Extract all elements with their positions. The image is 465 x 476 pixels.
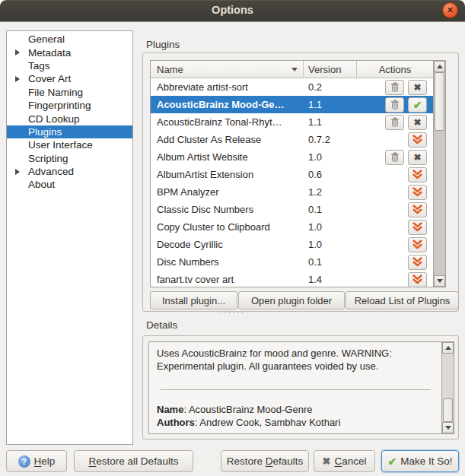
details-pane[interactable]: Uses AcousticBrainz for mood and genre. … xyxy=(148,341,454,434)
plugin-actions xyxy=(357,202,433,217)
uninstall-button[interactable] xyxy=(385,80,404,95)
sidebar-item-metadata[interactable]: Metadata xyxy=(7,46,132,59)
plugin-name: Copy Cluster to Clipboard xyxy=(151,221,304,233)
scrollbar-thumb[interactable] xyxy=(443,398,453,422)
plugin-version: 1.1 xyxy=(304,99,357,110)
plugin-name: AcousticBrainz Mood-Ge… xyxy=(151,99,304,110)
expand-arrow-icon[interactable] xyxy=(15,76,20,82)
plugin-row[interactable]: Classic Disc Numbers0.1 xyxy=(151,201,445,218)
titlebar[interactable]: Options ✕ xyxy=(0,0,465,21)
sidebar-item-general[interactable]: General xyxy=(7,33,132,46)
plugin-table-scrollbar[interactable] xyxy=(433,61,445,287)
plugin-actions xyxy=(357,185,433,200)
plugin-version: 0.6 xyxy=(304,169,357,180)
disable-button[interactable]: ✖ xyxy=(408,80,427,95)
restore-all-defaults-button[interactable]: Restore all Defaults xyxy=(74,450,193,472)
scroll-up-icon[interactable] xyxy=(442,342,454,354)
restore-defaults-button[interactable]: Restore Defaults xyxy=(221,450,309,472)
sidebar-item-file-naming[interactable]: File Naming xyxy=(7,86,132,99)
sidebar-item-plugins[interactable]: Plugins xyxy=(7,125,132,138)
disable-button[interactable]: ✖ xyxy=(408,115,427,130)
disable-x-icon: ✖ xyxy=(413,118,421,127)
download-button[interactable] xyxy=(408,255,427,270)
reload-plugin-list-button[interactable]: Reload List of Plugins xyxy=(346,291,459,309)
scrollbar-thumb[interactable] xyxy=(435,72,444,131)
sidebar-item-cd-lookup[interactable]: CD Lookup xyxy=(7,112,132,125)
sidebar-item-scripting[interactable]: Scripting xyxy=(7,152,132,165)
plugin-name: AlbumArtist Extension xyxy=(151,169,304,180)
disable-x-icon: ✖ xyxy=(413,83,421,92)
plugin-actions xyxy=(357,237,433,252)
download-button[interactable] xyxy=(408,272,427,287)
download-button[interactable] xyxy=(408,237,427,252)
uninstall-button[interactable] xyxy=(385,150,404,165)
help-button[interactable]: ?Help xyxy=(6,450,67,472)
download-button[interactable] xyxy=(408,185,427,200)
plugin-version: 1.0 xyxy=(304,221,357,233)
details-group-title: Details xyxy=(146,319,177,331)
trash-icon xyxy=(390,152,400,162)
sidebar-item-user-interface[interactable]: User Interface xyxy=(7,138,132,151)
download-button[interactable] xyxy=(408,220,427,235)
scroll-down-icon[interactable] xyxy=(442,422,454,433)
plugin-version: 1.0 xyxy=(304,151,357,163)
column-header-version[interactable]: Version xyxy=(304,61,357,78)
plugin-row[interactable]: fanart.tv cover art1.4 xyxy=(151,271,445,287)
scroll-up-icon[interactable] xyxy=(434,61,445,72)
download-button[interactable] xyxy=(408,132,427,148)
plugin-description: Uses AcousticBrainz for mood and genre. … xyxy=(157,347,429,373)
plugin-row[interactable]: Abbreviate artist-sort0.2✖ xyxy=(151,78,445,96)
plugin-name: Abbreviate artist-sort xyxy=(151,81,304,93)
sidebar-item-label: Plugins xyxy=(28,126,62,138)
sidebar-item-cover-art[interactable]: Cover Art xyxy=(7,72,132,85)
plugin-row[interactable]: AcousticBrainz Mood-Ge…1.1✔ xyxy=(151,96,445,113)
open-plugin-folder-button[interactable]: Open plugin folder xyxy=(238,291,345,309)
download-chevron-icon xyxy=(412,187,423,197)
details-scrollbar[interactable] xyxy=(441,342,454,433)
sidebar-item-fingerprinting[interactable]: Fingerprinting xyxy=(7,99,132,112)
download-chevron-icon xyxy=(412,274,423,284)
plugin-row[interactable]: Add Cluster As Release0.7.2 xyxy=(151,131,445,148)
expand-arrow-icon[interactable] xyxy=(15,169,20,175)
cancel-button[interactable]: ✖Cancel xyxy=(314,450,375,472)
detail-field-authors: Authors: Andrew Cook, Sambhav Kothari xyxy=(157,416,340,429)
plugin-version: 0.1 xyxy=(304,204,357,215)
download-button[interactable] xyxy=(408,167,427,182)
plugin-actions: ✖ xyxy=(357,80,433,95)
options-dialog: Options ✕ GeneralMetadataTagsCover ArtFi… xyxy=(0,0,465,476)
download-chevron-icon xyxy=(412,222,423,232)
column-header-name[interactable]: Name xyxy=(151,61,304,78)
plugin-name: AcousticBrainz Tonal-Rhyt… xyxy=(151,116,304,128)
sidebar-item-tags[interactable]: Tags xyxy=(7,59,132,72)
enabled-check-icon: ✔ xyxy=(413,100,422,110)
uninstall-button[interactable] xyxy=(385,97,404,113)
expand-arrow-icon[interactable] xyxy=(15,49,20,56)
splitter-handle[interactable]: ······ xyxy=(0,308,465,316)
enabled-button[interactable]: ✔ xyxy=(408,97,427,113)
plugin-actions xyxy=(357,132,433,148)
column-header-actions[interactable]: Actions xyxy=(357,61,433,78)
uninstall-button[interactable] xyxy=(385,115,404,130)
plugin-name: Album Artist Website xyxy=(151,151,304,163)
plugin-row[interactable]: BPM Analyzer1.2 xyxy=(151,183,445,201)
plugin-actions xyxy=(357,272,433,287)
plugin-name: Classic Disc Numbers xyxy=(151,204,304,215)
plugin-row[interactable]: Album Artist Website1.0✖ xyxy=(151,148,445,166)
sidebar-item-advanced[interactable]: Advanced xyxy=(7,165,132,178)
sidebar-item-about[interactable]: About xyxy=(7,178,132,191)
close-icon[interactable]: ✕ xyxy=(442,2,458,18)
sidebar-item-label: Advanced xyxy=(28,166,74,177)
make-it-so-button[interactable]: ✔Make It So! xyxy=(381,450,459,472)
plugin-fields: Name: AcousticBrainz Mood-GenreAuthors: … xyxy=(157,403,340,429)
plugin-name: Add Cluster As Release xyxy=(151,134,304,145)
download-button[interactable] xyxy=(408,202,427,217)
plugin-row[interactable]: AcousticBrainz Tonal-Rhyt…1.1✖ xyxy=(151,113,445,131)
plugin-row[interactable]: Disc Numbers0.1 xyxy=(151,253,445,271)
plugin-row[interactable]: Copy Cluster to Clipboard1.0 xyxy=(151,218,445,236)
plugin-actions xyxy=(357,167,433,182)
disable-button[interactable]: ✖ xyxy=(408,150,427,165)
plugin-row[interactable]: Decode Cyrillic1.0 xyxy=(151,236,445,253)
plugin-name: Decode Cyrillic xyxy=(151,239,304,250)
plugin-row[interactable]: AlbumArtist Extension0.6 xyxy=(151,166,445,183)
scroll-down-icon[interactable] xyxy=(434,275,445,287)
